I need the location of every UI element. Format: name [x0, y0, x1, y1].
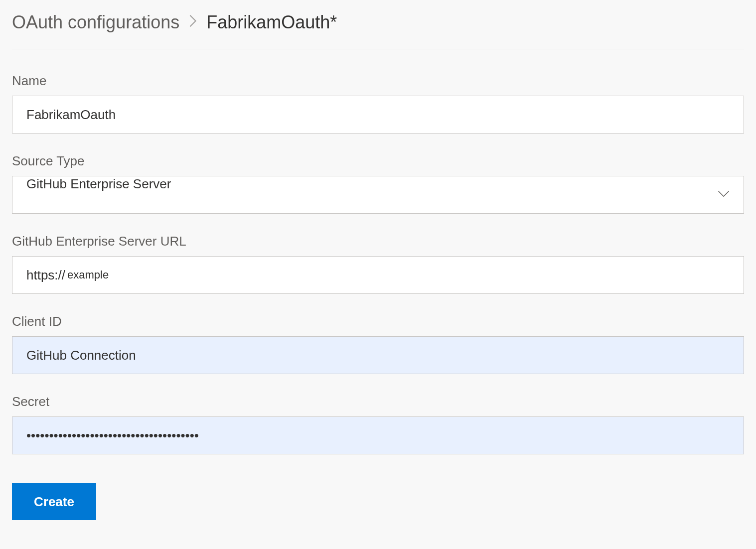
field-client-id: Client ID — [12, 314, 744, 374]
create-button[interactable]: Create — [12, 483, 96, 520]
secret-label: Secret — [12, 394, 744, 410]
chevron-right-icon — [188, 14, 197, 31]
breadcrumb-parent[interactable]: OAuth configurations — [12, 12, 179, 33]
source-type-select[interactable]: GitHub Enterprise Server — [12, 176, 744, 214]
name-label: Name — [12, 73, 744, 89]
breadcrumb-current: FabrikamOauth* — [206, 12, 337, 33]
name-input[interactable] — [12, 96, 744, 134]
oauth-config-form: Name Source Type GitHub Enterprise Serve… — [12, 73, 744, 520]
source-type-label: Source Type — [12, 153, 744, 169]
url-prefix: https:// — [26, 268, 67, 283]
field-secret: Secret — [12, 394, 744, 454]
field-name: Name — [12, 73, 744, 134]
secret-input[interactable] — [12, 416, 744, 454]
server-url-input[interactable] — [67, 257, 744, 293]
client-id-input[interactable] — [12, 336, 744, 374]
client-id-label: Client ID — [12, 314, 744, 329]
breadcrumb: OAuth configurations FabrikamOauth* — [12, 12, 744, 49]
field-source-type: Source Type GitHub Enterprise Server — [12, 153, 744, 214]
field-server-url: GitHub Enterprise Server URL https:// — [12, 234, 744, 294]
server-url-label: GitHub Enterprise Server URL — [12, 234, 744, 249]
server-url-input-wrap[interactable]: https:// — [12, 256, 744, 294]
